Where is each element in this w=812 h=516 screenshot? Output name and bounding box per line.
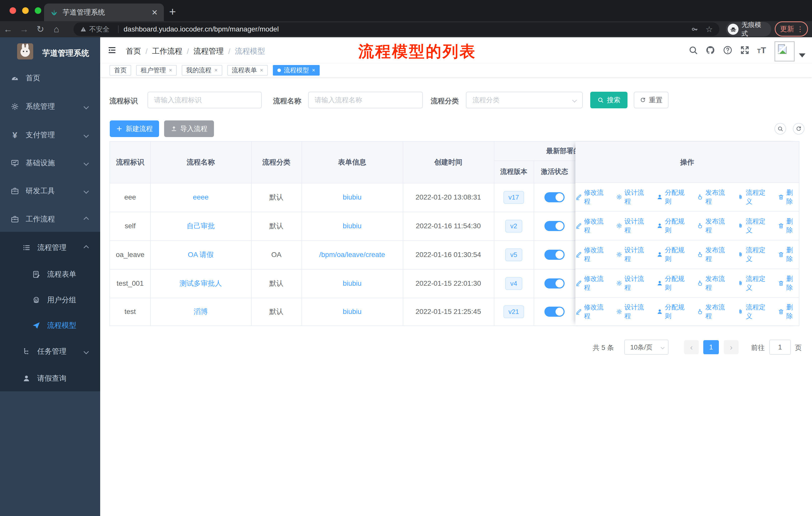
github-icon[interactable]	[705, 45, 715, 55]
window-zoom-button[interactable]	[35, 7, 41, 14]
delete-link[interactable]: 删除	[778, 246, 799, 263]
filter-category-select[interactable]: 流程分类	[466, 92, 583, 108]
import-process-button[interactable]: 导入流程	[164, 120, 214, 137]
active-toggle[interactable]	[545, 192, 564, 202]
password-key-icon[interactable]	[691, 25, 698, 33]
close-icon[interactable]: ×	[214, 67, 218, 74]
sidebar-item-task-mgmt[interactable]: 任务管理	[0, 339, 100, 364]
tag-home[interactable]: 首页	[110, 65, 131, 76]
modify-process-link[interactable]: 修改流程	[575, 246, 609, 263]
active-toggle[interactable]	[545, 221, 564, 231]
cell-form-link[interactable]: biubiu	[301, 269, 403, 298]
sidebar-item-workflow[interactable]: 工作流程	[0, 207, 100, 232]
breadcrumb-home[interactable]: 首页	[126, 46, 141, 56]
modify-process-link[interactable]: 修改流程	[575, 274, 609, 292]
version-badge[interactable]: v21	[503, 305, 524, 318]
page-size-select[interactable]: 10条/页	[624, 340, 669, 355]
cell-form-link[interactable]: biubiu	[301, 298, 403, 326]
reset-button[interactable]: 重置	[634, 92, 669, 108]
delete-link[interactable]: 删除	[778, 217, 799, 235]
process-definition-link[interactable]: 流程定义	[737, 246, 771, 263]
design-process-link[interactable]: 设计流程	[616, 274, 650, 292]
tab-close-icon[interactable]: ✕	[151, 8, 158, 17]
cell-form-link[interactable]: /bpm/oa/leave/create	[301, 240, 403, 269]
publish-process-link[interactable]: 发布流程	[697, 274, 731, 292]
refresh-table-button[interactable]	[793, 123, 805, 135]
version-badge[interactable]: v17	[503, 191, 524, 204]
sidebar-item-user-group[interactable]: 用户分组	[0, 288, 100, 313]
cell-form-link[interactable]: biubiu	[301, 183, 403, 212]
process-definition-link[interactable]: 流程定义	[737, 188, 771, 206]
assign-rule-link[interactable]: 分配规则	[657, 217, 690, 235]
cell-name-link[interactable]: 滔博	[150, 298, 251, 326]
publish-process-link[interactable]: 发布流程	[697, 217, 731, 235]
cell-form-link[interactable]: biubiu	[301, 212, 403, 240]
fullscreen-icon[interactable]	[740, 45, 750, 55]
publish-process-link[interactable]: 发布流程	[697, 303, 731, 321]
forward-icon[interactable]: →	[16, 24, 32, 34]
chrome-update-button[interactable]: 更新 ⋮	[775, 21, 808, 36]
design-process-link[interactable]: 设计流程	[616, 188, 650, 206]
sidebar-item-leave-query[interactable]: 请假查询	[0, 366, 100, 391]
browser-tab[interactable]: 芋道管理系统 ✕	[44, 3, 164, 21]
prev-page-button[interactable]: ‹	[684, 340, 699, 354]
sidebar-item-home[interactable]: 首页	[0, 65, 100, 91]
design-process-link[interactable]: 设计流程	[616, 303, 650, 321]
cell-name-link[interactable]: eeee	[150, 183, 251, 212]
address-bar[interactable]: 不安全 dashboard.yudao.iocoder.cn/bpm/manag…	[74, 22, 719, 36]
process-definition-link[interactable]: 流程定义	[737, 217, 771, 235]
user-avatar[interactable]	[775, 41, 794, 61]
modify-process-link[interactable]: 修改流程	[575, 217, 609, 235]
next-page-button[interactable]: ›	[724, 340, 738, 354]
sidebar-item-payment[interactable]: ¥ 支付管理	[0, 123, 100, 147]
sidebar-fold-icon[interactable]	[107, 45, 117, 55]
chrome-menu-icon[interactable]: ⋮	[796, 25, 804, 33]
sidebar-item-process-model[interactable]: 流程模型	[0, 313, 100, 338]
sidebar-item-process-mgmt[interactable]: 流程管理	[0, 235, 100, 260]
breadcrumb-workflow[interactable]: 工作流程	[152, 46, 182, 56]
tag-tenant[interactable]: 租户管理×	[136, 65, 177, 76]
active-toggle[interactable]	[545, 307, 564, 317]
bookmark-star-icon[interactable]: ☆	[705, 24, 713, 34]
toggle-search-button[interactable]	[775, 123, 786, 135]
publish-process-link[interactable]: 发布流程	[697, 188, 731, 206]
active-toggle[interactable]	[545, 278, 564, 289]
back-icon[interactable]: ←	[0, 24, 16, 34]
cell-name-link[interactable]: OA 请假	[150, 240, 251, 269]
goto-page-input[interactable]	[769, 340, 791, 355]
sidebar-item-devtools[interactable]: 研发工具	[0, 179, 100, 203]
window-close-button[interactable]	[9, 7, 16, 14]
sidebar-item-infra[interactable]: 基础设施	[0, 151, 100, 175]
cell-name-link[interactable]: 自己审批	[150, 212, 251, 240]
version-badge[interactable]: v4	[505, 277, 522, 290]
active-toggle[interactable]	[545, 250, 564, 260]
search-button[interactable]: 搜索	[590, 92, 628, 108]
version-badge[interactable]: v2	[505, 220, 522, 233]
tag-my-process[interactable]: 我的流程×	[182, 65, 222, 76]
cell-name-link[interactable]: 测试多审批人	[150, 269, 251, 298]
design-process-link[interactable]: 设计流程	[616, 246, 650, 263]
delete-link[interactable]: 删除	[778, 274, 799, 292]
process-definition-link[interactable]: 流程定义	[737, 274, 771, 292]
window-minimize-button[interactable]	[22, 7, 29, 14]
url-text[interactable]: dashboard.yudao.iocoder.cn/bpm/manager/m…	[123, 25, 691, 33]
design-process-link[interactable]: 设计流程	[616, 217, 650, 235]
security-label[interactable]: 不安全	[89, 25, 110, 34]
close-icon[interactable]: ×	[260, 67, 263, 74]
breadcrumb-process-mgmt[interactable]: 流程管理	[194, 46, 224, 56]
modify-process-link[interactable]: 修改流程	[575, 303, 609, 321]
help-icon[interactable]	[723, 45, 733, 55]
assign-rule-link[interactable]: 分配规则	[657, 303, 690, 321]
sidebar-item-process-form[interactable]: 流程表单	[0, 262, 100, 287]
publish-process-link[interactable]: 发布流程	[697, 246, 731, 263]
new-tab-button[interactable]: +	[169, 6, 176, 17]
avatar-caret-icon[interactable]	[799, 53, 806, 57]
search-icon[interactable]	[688, 45, 698, 55]
filter-name-input[interactable]	[308, 92, 423, 108]
close-icon[interactable]: ×	[169, 67, 172, 74]
create-process-button[interactable]: 新建流程	[110, 120, 159, 137]
process-definition-link[interactable]: 流程定义	[737, 303, 771, 321]
current-page-button[interactable]: 1	[703, 340, 719, 354]
close-icon[interactable]: ×	[312, 67, 315, 74]
delete-link[interactable]: 删除	[778, 188, 799, 206]
